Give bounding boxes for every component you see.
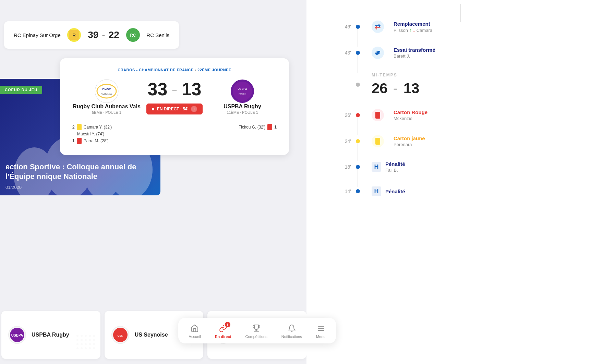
penalite-14-title: Pénalité <box>385 189 594 194</box>
match-score-center: 33 - 13 EN DIRECT : 54' i <box>146 79 203 114</box>
live-badge[interactable]: EN DIRECT : 54' i <box>146 104 203 114</box>
remplacement-content: Remplacement Plisson ↑ ↓ Camara <box>394 21 594 33</box>
timeline-item-penalite-18: 18' H Pénalité Fall B. <box>327 161 594 173</box>
line-col-6 <box>351 189 365 193</box>
match-score: 33 - 13 <box>147 79 201 99</box>
team1-match-name: Rugby Club Aubenas Vals <box>73 104 141 110</box>
dot-1 <box>356 25 360 29</box>
penalty-icon-14: H <box>372 186 381 196</box>
nav-competitions-label: Compétitions <box>245 335 267 339</box>
penalite-18-content: Pénalité Fall B. <box>385 161 594 173</box>
journee: 22ÈME JOURNÉE <box>197 68 231 72</box>
dot-3 <box>356 113 360 117</box>
hero-date: 01/2020 <box>5 185 22 190</box>
carton-jaune-sub: Perenara <box>394 142 594 147</box>
nav-notifications[interactable]: Notifications <box>277 323 306 340</box>
uspba-avatar: USBPA <box>8 326 26 344</box>
line-col-5 <box>351 165 365 169</box>
dot-5 <box>356 165 360 169</box>
left-panel: RC Epinay Sur Orge R 39 - 22 RC RC Senli… <box>0 0 309 364</box>
team2-match-name: USPBA Rugby <box>224 104 261 110</box>
en-direct-icon: 8 <box>219 324 228 333</box>
notifications-icon <box>287 324 296 333</box>
nav-en-direct[interactable]: 8 En direct <box>211 323 235 340</box>
line-col-3 <box>351 113 365 117</box>
nav-menu[interactable]: Menu <box>312 323 330 340</box>
connector-2 <box>358 55 358 73</box>
competition-name: CRABOS - CHAMPIONNAT DE FRANCE <box>118 68 193 72</box>
carton-rouge-content: Carton Rouge Mckenzie <box>394 109 594 121</box>
svg-text:R: R <box>72 33 76 38</box>
right-red-card-icon <box>267 124 272 130</box>
connector-1 <box>358 29 358 47</box>
team1-name: RC Epinay Sur Orge <box>14 32 61 38</box>
match-events: 2 Camara Y. (32') Maestri Y. (74') 1 Par… <box>72 120 277 145</box>
svg-text:USBPA: USBPA <box>238 87 247 90</box>
yellow-card-icon <box>77 124 82 130</box>
essai-sub: Barett J. <box>394 53 594 59</box>
connector-3 <box>358 117 358 135</box>
dot-halftime <box>356 83 360 87</box>
match-card: CRABOS - CHAMPIONNAT DE FRANCE • 22ÈME J… <box>60 58 289 155</box>
svg-text:RUGBY: RUGBY <box>239 93 246 95</box>
match-score2: 13 <box>182 79 202 99</box>
line-col-4 <box>351 139 365 143</box>
dot-4 <box>356 139 360 143</box>
svg-point-13 <box>233 82 252 101</box>
competitions-icon <box>252 324 261 333</box>
match-team2: USBPA RUGBY USPBA Rugby 11ÈME · POULE 1 <box>208 79 277 114</box>
left-events: 2 Camara Y. (32') Maestri Y. (74') 1 Par… <box>72 124 112 145</box>
halftime-line <box>351 83 365 87</box>
live-dot <box>152 108 154 110</box>
team1-logo: R <box>67 28 81 42</box>
time-18: 18' <box>327 164 351 170</box>
event-row-3: 1 Parra M. (28') <box>72 138 112 144</box>
nav-menu-label: Menu <box>316 335 326 339</box>
time-26: 26' <box>327 112 351 118</box>
halftime-score2: 13 <box>403 80 420 97</box>
dot-6 <box>356 189 360 193</box>
accueil-icon <box>190 324 199 333</box>
halftime-sep: - <box>393 80 398 97</box>
line-col-1 <box>351 25 365 29</box>
halftime-content: MI-TEMPS 26 - 13 <box>372 73 419 97</box>
time-14: 14' <box>327 189 351 194</box>
top-score-dash: - <box>102 29 105 40</box>
time-46: 46' <box>327 24 351 29</box>
penalite-18-title: Pénalité <box>385 161 594 167</box>
connector-halftime <box>460 4 461 22</box>
right-panel: 46' Remplacement Plisson ↑ ↓ Camara 43' <box>306 0 615 364</box>
time-24: 24' <box>327 138 351 144</box>
svg-point-25 <box>375 50 381 56</box>
competition-label: CRABOS - CHAMPIONNAT DE FRANCE • 22ÈME J… <box>72 68 277 72</box>
hero-text: ection Sportive : Colloque annuel de l'É… <box>5 162 155 182</box>
timeline-item-penalite-14: 14' H Pénalité <box>327 186 594 196</box>
red-card-icon <box>77 138 82 144</box>
timeline-item-essai: 43' Essai transformé Barett J. <box>327 47 594 59</box>
nav-accueil[interactable]: Accueil <box>185 323 205 340</box>
nav-competitions[interactable]: Compétitions <box>241 323 271 340</box>
line-col-2 <box>351 51 365 55</box>
nav-notifications-label: Notifications <box>281 335 302 339</box>
right-events: Fickou G. (32') 1 <box>239 124 277 145</box>
menu-icon <box>316 324 325 333</box>
en-direct-badge: 8 <box>225 322 230 327</box>
bullet: • <box>195 68 197 72</box>
svg-text:AUBENAS: AUBENAS <box>101 93 112 95</box>
match-score-sep: - <box>171 79 177 99</box>
timeline: 46' Remplacement Plisson ↑ ↓ Camara 43' <box>306 0 615 364</box>
svg-text:USBPA: USBPA <box>11 333 23 337</box>
top-score: 39 - 22 <box>88 29 119 40</box>
essai-content: Essai transformé Barett J. <box>394 47 594 59</box>
team1-match-sub: 5ÈME · POULE 1 <box>92 110 121 114</box>
halftime-score: 26 - 13 <box>372 80 419 97</box>
ball-icon <box>372 47 384 59</box>
dots-bg-1 <box>76 335 97 355</box>
team2-match-sub: 11ÈME · POULE 1 <box>227 110 258 114</box>
bottom-nav: Accueil 8 En direct <box>178 318 336 343</box>
live-label: EN DIRECT : 54' <box>157 107 189 111</box>
event-row-1: 2 Camara Y. (32') <box>72 124 112 130</box>
team-card-uspba[interactable]: USBPA USPBA Rugby <box>1 311 100 359</box>
carton-rouge-title: Carton Rouge <box>394 109 594 115</box>
svg-point-8 <box>95 80 118 103</box>
